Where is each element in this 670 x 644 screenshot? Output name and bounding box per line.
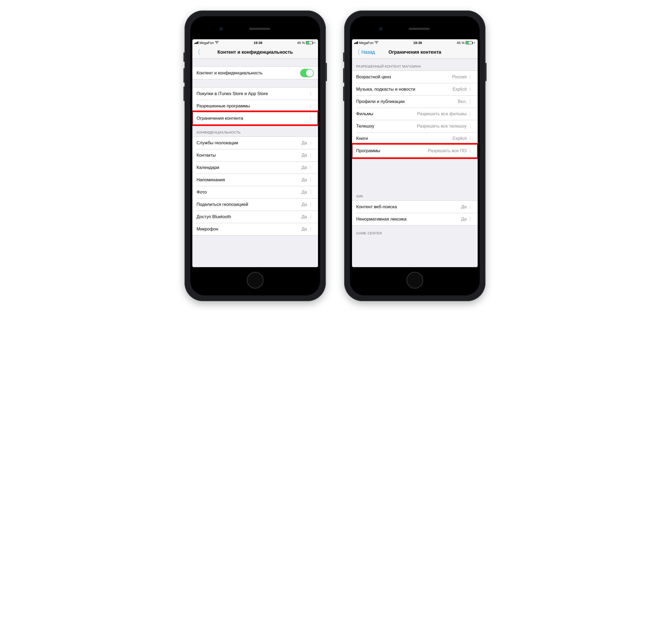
- row-label: Программы: [356, 148, 380, 154]
- wifi-icon: [215, 41, 219, 44]
- top-sensors: [192, 18, 318, 39]
- page-title: Ограничения контента: [388, 50, 441, 55]
- section-header-siri: SIRI: [352, 188, 478, 200]
- home-button[interactable]: [247, 272, 264, 289]
- row-label: Фильмы: [356, 111, 373, 117]
- toggle-switch-on[interactable]: [300, 69, 314, 77]
- row-content-restrictions[interactable]: Ограничения контента 〉: [192, 112, 318, 124]
- chevron-right-icon: 〉: [470, 148, 473, 154]
- charging-icon: ⚡︎: [314, 41, 316, 44]
- row-value: Вкл.: [458, 99, 467, 104]
- chevron-right-icon: 〉: [310, 91, 313, 97]
- section-header-privacy: КОНФИДЕНЦИАЛЬНОСТЬ: [192, 125, 318, 136]
- earpiece-speaker: [409, 28, 430, 30]
- section-header-gamecenter: GAME CENTER: [352, 225, 478, 237]
- row-bluetooth[interactable]: Доступ Bluetooth Да〉: [192, 211, 318, 223]
- row-calendars[interactable]: Календари Да〉: [192, 161, 318, 174]
- back-button[interactable]: 〈 Назад: [354, 46, 375, 58]
- row-share-location[interactable]: Поделиться геопозицией Да〉: [192, 198, 318, 211]
- row-explicit-language[interactable]: Ненормативная лексика Да〉: [352, 213, 478, 225]
- row-tv[interactable]: Телешоу Разрешить все телешоу〉: [352, 120, 478, 132]
- row-label: Контент и конфиденциальность: [197, 70, 263, 76]
- row-value: Да: [302, 140, 307, 146]
- row-label: Телешоу: [356, 123, 374, 129]
- row-value: Разрешить все телешоу: [417, 123, 467, 129]
- navigation-bar: 〈 Назад Ограничения контента: [352, 46, 478, 59]
- row-label: Покупки в iTunes Store и App Store: [197, 91, 268, 96]
- chevron-right-icon: 〉: [470, 123, 473, 129]
- row-value: Да: [302, 214, 307, 220]
- row-label: Возрастной ценз: [356, 74, 391, 80]
- row-microphone[interactable]: Микрофон Да〉: [192, 223, 318, 235]
- row-reminders[interactable]: Напоминания Да〉: [192, 174, 318, 186]
- row-profiles[interactable]: Профили и публикации Вкл.〉: [352, 95, 478, 108]
- row-books[interactable]: Книги Explicit〉: [352, 132, 478, 145]
- battery-percent: 45 %: [457, 41, 465, 45]
- chevron-right-icon: 〉: [310, 103, 313, 109]
- row-label: Службы геолокации: [197, 140, 238, 146]
- top-sensors: [352, 18, 478, 39]
- row-label: Музыка, подкасты и новости: [356, 87, 415, 92]
- row-content-privacy-toggle[interactable]: Контент и конфиденциальность: [192, 67, 318, 79]
- row-label: Профили и публикации: [356, 99, 405, 104]
- row-label: Книги: [356, 136, 368, 141]
- row-value: Россия: [452, 74, 467, 80]
- row-value: Да: [302, 226, 307, 232]
- power-button: [325, 63, 327, 81]
- back-button[interactable]: 〈: [195, 46, 202, 58]
- row-value: Да: [302, 189, 307, 195]
- volume-up: [343, 68, 345, 83]
- row-allowed-apps[interactable]: Разрешенные программы 〉: [192, 100, 318, 112]
- chevron-right-icon: 〉: [470, 216, 473, 222]
- volume-down: [343, 87, 345, 101]
- row-ratings-for[interactable]: Возрастной ценз Россия〉: [352, 71, 478, 83]
- chevron-right-icon: 〉: [470, 204, 473, 210]
- chevron-right-icon: 〉: [310, 165, 313, 171]
- row-label: Календари: [197, 165, 219, 170]
- back-label: Назад: [361, 50, 375, 55]
- cellular-signal-icon: [354, 41, 358, 44]
- chevron-right-icon: 〉: [310, 214, 313, 220]
- row-value: Да: [461, 216, 467, 222]
- row-contacts[interactable]: Контакты Да〉: [192, 149, 318, 161]
- earpiece-speaker: [249, 28, 270, 30]
- chevron-right-icon: 〉: [310, 115, 313, 121]
- row-apps[interactable]: Программы Разрешить все ПО〉: [352, 145, 478, 157]
- navigation-bar: 〈 Контент и конфиденциальность: [192, 46, 318, 59]
- row-photos[interactable]: Фото Да〉: [192, 186, 318, 198]
- phone-right: MegaFon 19:39 45 % ⚡︎ 〈 Назад Ограничен: [344, 11, 485, 301]
- chevron-right-icon: 〉: [470, 135, 473, 142]
- row-label: Микрофон: [197, 226, 218, 232]
- row-movies[interactable]: Фильмы Разрешить все фильмы〉: [352, 108, 478, 120]
- row-music-podcasts[interactable]: Музыка, подкасты и новости Explicit〉: [352, 83, 478, 95]
- chevron-right-icon: 〉: [470, 74, 473, 80]
- screen: MegaFon 19:39 45 % ⚡︎ 〈 Назад Ограничен: [352, 39, 478, 267]
- row-location-services[interactable]: Службы геолокации Да〉: [192, 137, 318, 149]
- chevron-right-icon: 〉: [470, 111, 473, 117]
- row-label: Контакты: [197, 153, 216, 158]
- wifi-icon: [375, 41, 378, 44]
- row-value: Да: [302, 153, 307, 158]
- row-value: Explicit: [453, 136, 467, 141]
- mute-switch: [184, 52, 185, 62]
- mute-switch: [343, 52, 345, 62]
- carrier-label: MegaFon: [359, 41, 374, 45]
- volume-down: [184, 87, 185, 101]
- row-web-search-content[interactable]: Контент веб-поиска Да〉: [352, 201, 478, 213]
- carrier-label: MegaFon: [199, 41, 214, 45]
- row-value: Да: [302, 177, 307, 183]
- battery-icon: [306, 41, 313, 44]
- chevron-left-icon: 〈: [196, 48, 200, 57]
- chevron-right-icon: 〉: [310, 201, 313, 208]
- volume-up: [184, 68, 185, 83]
- row-label: Доступ Bluetooth: [197, 214, 231, 220]
- row-itunes-purchases[interactable]: Покупки в iTunes Store и App Store 〉: [192, 88, 318, 100]
- battery-icon: [466, 41, 472, 44]
- chevron-right-icon: 〉: [310, 152, 313, 158]
- row-value: Explicit: [453, 87, 467, 92]
- charging-icon: ⚡︎: [473, 41, 475, 44]
- chevron-right-icon: 〉: [470, 86, 473, 92]
- home-button[interactable]: [406, 272, 423, 289]
- row-value: Да: [302, 165, 307, 170]
- clock: 19:39: [254, 41, 262, 45]
